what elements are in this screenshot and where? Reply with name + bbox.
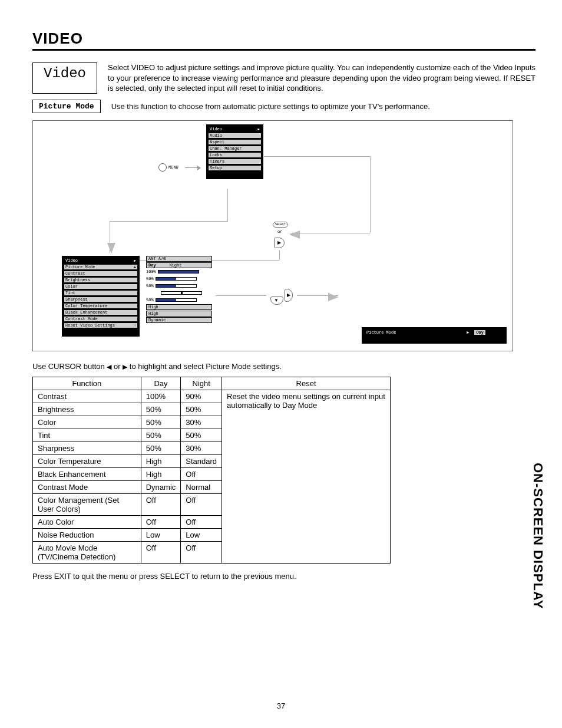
th-night: Night [181,377,222,390]
osd-pm-night: Night [488,330,504,335]
navigation-diagram: MENU Video▶ Audio Aspect Chan. Manager L… [32,120,513,351]
osd-val-sharpness: 50% [146,297,212,304]
osd-sub-tint: Tint [64,290,138,296]
osd-val-header: ANT A/B [146,256,212,262]
cursor-right2-icon: ▶ [285,289,293,302]
menu-arrow-icon [185,167,200,168]
osd-footer-main: ◆ Move SEL Sel [208,172,262,177]
intro-row: Video Select VIDEO to adjust picture set… [32,62,535,94]
osd-val-cmode: Dynamic [146,317,212,323]
osd-item-setup: Setup [208,165,262,171]
osd-sub-color: Color [64,284,138,289]
video-box: Video [32,62,97,94]
cursor-down-icon: ▼ [270,297,283,305]
table-row: Contrast100%90%Reset the video menu sett… [33,390,391,403]
osd-sub-black: Black Enhancement [64,309,138,315]
osd-item-chan: Chan. Manager [208,146,262,151]
select-button-icon: SELECT [273,222,288,228]
osd-video-submenu: Video▶ Picture Mode▶ Contrast Brightness… [62,256,140,337]
osd-val-black: High [146,311,212,317]
osd-values-column: ANT A/B Day Night 100% 50% 50% 50% High … [146,256,212,324]
page-title: VIDEO [32,29,535,51]
osd-item-timers: Timers [208,159,262,164]
osd-sub-footer: ◆ Move SEL Return [64,329,138,334]
osd-picture-mode-select: Picture Mode▶ Day Night ▲▼ Next/Prev ◀▶ … [362,327,507,344]
osd-sub-header: Video▶ [64,258,138,263]
osd-main-menu: Video▶ Audio Aspect Chan. Manager Locks … [206,124,263,179]
osd-pm-footer-left: ▲▼ Next/Prev ◀▶ Select [364,337,411,341]
osd-item-aspect: Aspect [208,139,262,145]
osd-item-video: Video▶ [208,126,262,132]
reset-cell: Reset the video menu settings on current… [222,390,391,563]
osd-pm-label: Picture Mode▶ [364,330,471,335]
osd-item-locks: Locks [208,152,262,158]
picture-mode-row: Picture Mode Use this function to choose… [32,100,535,113]
page-number: 37 [0,701,562,710]
osd-sub-brightness: Brightness [64,277,138,283]
table-header-row: Function Day Night Reset [33,377,391,390]
osd-val-daynight: Day Night [146,262,212,268]
cursor-instruction: Use CURSOR button ◀ or ▶ to highlight an… [32,362,535,371]
osd-sub-sharpness: Sharpness [64,297,138,302]
picture-mode-text: Use this function to choose from automat… [111,102,430,111]
osd-val-color: 50% [146,283,212,289]
or-label: or [277,229,282,234]
picture-mode-box: Picture Mode [32,100,101,113]
osd-item-audio: Audio [208,133,262,139]
osd-sub-contrast: Contrast [64,271,138,276]
osd-sub-cmode: Contrast Mode [64,316,138,322]
osd-sub-reset: Reset Video Settings: [64,322,138,328]
intro-text: Select VIDEO to adjust picture settings … [108,62,535,94]
cursor-right-icon: ▶ [274,238,285,248]
osd-val-tint [146,290,212,297]
osd-val-contrast: 100% [146,269,212,275]
th-day: Day [141,377,181,390]
osd-val-brightness: 50% [146,276,212,282]
osd-pm-footer-right: EXIT Return [481,337,504,341]
th-function: Function [33,377,141,390]
th-reset: Reset [222,377,391,390]
osd-sub-pm: Picture Mode▶ [64,264,138,270]
power-icon [158,163,167,172]
osd-pm-day: Day [474,330,486,335]
exit-instruction: Press EXIT to quit the menu or press SEL… [32,572,535,581]
settings-table: Function Day Night Reset Contrast100%90%… [32,377,391,564]
osd-val-ctemp: High [146,304,212,310]
osd-sub-ctemp: Color Temperature [64,303,138,309]
side-label: ON-SCREEN DISPLAY [530,463,546,609]
menu-label: MENU [168,165,178,170]
